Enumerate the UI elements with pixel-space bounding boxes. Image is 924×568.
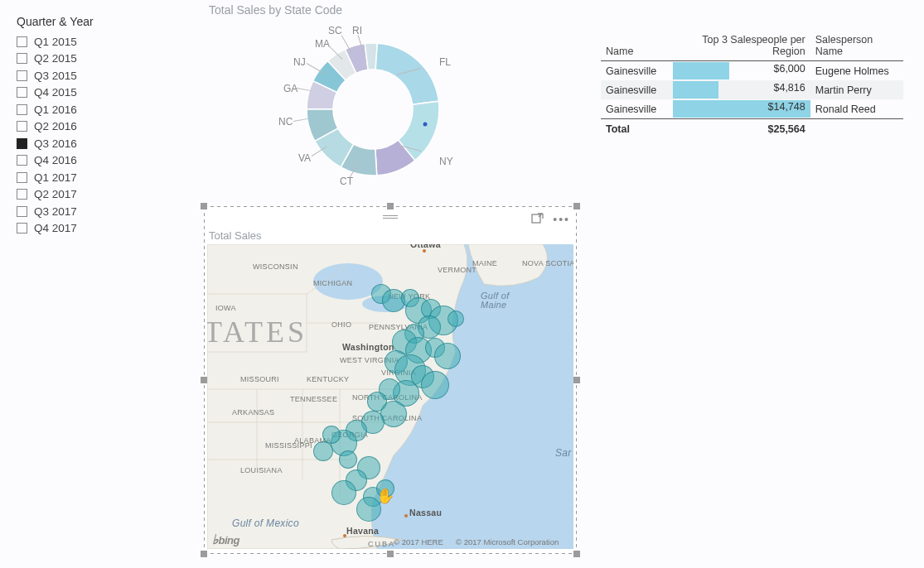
map-bubble[interactable] [339, 450, 357, 469]
map-label-washington: Washington [342, 342, 394, 352]
map-label-state: VERMONT [438, 266, 477, 274]
map-visual[interactable]: ••• Total Sales [204, 206, 577, 554]
map-label-nassau: Nassau [409, 508, 442, 517]
cell-salesperson: Eugene Holmes [810, 61, 903, 81]
map-label-havana: Havana [346, 526, 379, 536]
map-label-state: MICHIGAN [313, 279, 352, 287]
cell-name: Gainesville [601, 80, 673, 99]
map-label-state: WISCONSIN [253, 262, 298, 271]
table-header-top3[interactable]: Top 3 Salespeople per Region [673, 31, 810, 61]
cell-bar: $6,000 [673, 61, 810, 81]
map-bubble[interactable] [447, 310, 464, 327]
slicer-item-q3-2016[interactable]: Q3 2016 [17, 135, 166, 152]
cell-name: Gainesville [601, 61, 673, 81]
map-label-state: TENNESSEE [290, 395, 337, 403]
donut-svg [290, 26, 456, 192]
slicer-item-label: Q3 2017 [34, 205, 77, 218]
more-options-icon[interactable]: ••• [553, 216, 570, 223]
svg-point-0 [423, 123, 428, 127]
slicer-item-q4-2016[interactable]: Q4 2016 [17, 152, 166, 169]
map-title: Total Sales [209, 229, 262, 242]
drag-grip-icon[interactable] [383, 215, 398, 219]
table-row[interactable]: Gainesville$14,748Ronald Reed [601, 99, 903, 119]
donut-label-va: VA [298, 152, 311, 164]
map-label-gulf-mexico: Gulf of Mexico [232, 517, 299, 529]
map-label-state: MAINE [472, 259, 497, 267]
table-header-name[interactable]: Name [601, 31, 673, 61]
donut-label-ct: CT [340, 176, 353, 187]
slicer-item-q1-2016[interactable]: Q1 2016 [17, 101, 166, 118]
checkbox-icon[interactable] [17, 104, 27, 115]
donut-label-nj: NJ [293, 56, 306, 68]
slicer-item-q1-2017[interactable]: Q1 2017 [17, 169, 166, 185]
map-label-state: MISSISSIPPI [265, 441, 312, 450]
map-bubble[interactable] [434, 343, 461, 369]
slicer-item-label: Q4 2016 [34, 154, 77, 166]
donut-label-ny: NY [439, 156, 453, 167]
slicer-item-label: Q2 2016 [34, 120, 77, 132]
slicer-item-q4-2017[interactable]: Q4 2017 [17, 220, 166, 237]
focus-mode-icon[interactable] [531, 211, 544, 227]
checkbox-icon[interactable] [17, 87, 27, 98]
resize-handle-sw[interactable] [201, 551, 207, 557]
map-canvas[interactable]: TATES IOWAWISCONSINMICHIGANNEW YORKVERMO… [207, 244, 573, 549]
map-bubble[interactable] [356, 497, 381, 522]
cell-bar: $4,816 [673, 80, 810, 99]
slicer-item-label: Q2 2015 [34, 52, 77, 65]
slicer-item-q2-2015[interactable]: Q2 2015 [17, 51, 166, 67]
quarter-year-slicer: Quarter & Year Q1 2015Q2 2015Q3 2015Q4 2… [17, 15, 166, 237]
cell-bar: $14,748 [673, 99, 810, 119]
map-bubble[interactable] [313, 441, 333, 461]
donut-label-nc: NC [278, 116, 293, 128]
donut-label-ga: GA [283, 83, 298, 94]
slicer-item-q2-2016[interactable]: Q2 2016 [17, 118, 166, 135]
checkbox-icon[interactable] [17, 206, 27, 217]
slicer-item-q2-2017[interactable]: Q2 2017 [17, 186, 166, 203]
checkbox-icon[interactable] [17, 189, 27, 200]
resize-handle-s[interactable] [387, 551, 394, 557]
cell-salesperson: Martin Perry [810, 80, 903, 99]
slicer-item-q3-2015[interactable]: Q3 2015 [17, 67, 166, 84]
bing-logo: ♭bing [212, 532, 239, 547]
map-label-state: OHIO [331, 320, 351, 329]
slicer-item-q4-2015[interactable]: Q4 2015 [17, 84, 166, 101]
map-label-ottawa: Ottawa [410, 244, 441, 249]
table-row[interactable]: Gainesville$4,816Martin Perry [601, 80, 903, 99]
donut-chart[interactable]: Total Sales by State Code SCRIMANJGANCVA… [207, 3, 572, 202]
slicer-item-q3-2017[interactable]: Q3 2017 [17, 203, 166, 219]
checkbox-icon[interactable] [17, 53, 27, 64]
slicer-item-label: Q4 2015 [34, 86, 77, 99]
map-label-state: KENTUCKY [307, 375, 349, 383]
resize-handle-e[interactable] [573, 377, 580, 383]
slicer-item-label: Q4 2017 [34, 222, 77, 234]
checkbox-icon[interactable] [17, 121, 27, 132]
table-total-row: Total$25,564 [601, 119, 903, 139]
map-bubble[interactable] [376, 479, 394, 498]
resize-handle-w[interactable] [201, 377, 207, 383]
map-bubble[interactable] [331, 480, 356, 505]
map-attrib-ms: © 2017 Microsoft Corporation [456, 537, 559, 546]
resize-handle-se[interactable] [573, 551, 580, 557]
map-label-nova: NOVA SCOTIA [522, 259, 573, 267]
checkbox-icon[interactable] [17, 138, 27, 149]
table-header-sp[interactable]: Salesperson Name [810, 31, 903, 61]
map-label-state: ARKANSAS [232, 408, 274, 416]
checkbox-icon[interactable] [17, 70, 27, 81]
map-label-cuba: CUBA [368, 540, 395, 548]
salespeople-table[interactable]: Name Top 3 Salespeople per Region Salesp… [601, 31, 903, 138]
checkbox-icon[interactable] [17, 155, 27, 166]
donut-label-fl: FL [439, 56, 451, 68]
table-row[interactable]: Gainesville$6,000Eugene Holmes [601, 61, 903, 81]
checkbox-icon[interactable] [17, 172, 27, 183]
slicer-item-label: Q2 2017 [34, 188, 77, 200]
checkbox-icon[interactable] [17, 223, 27, 233]
slicer-item-label: Q1 2015 [34, 36, 77, 48]
slicer-item-label: Q1 2017 [34, 171, 77, 184]
map-label-state: MISSOURI [240, 375, 279, 383]
map-bubble[interactable] [421, 371, 449, 399]
checkbox-icon[interactable] [17, 36, 27, 47]
slicer-item-q1-2015[interactable]: Q1 2015 [17, 33, 166, 50]
slicer-item-label: Q3 2016 [34, 137, 77, 150]
donut-label-ma: MA [315, 38, 330, 50]
map-label-tates: TATES [207, 315, 307, 349]
